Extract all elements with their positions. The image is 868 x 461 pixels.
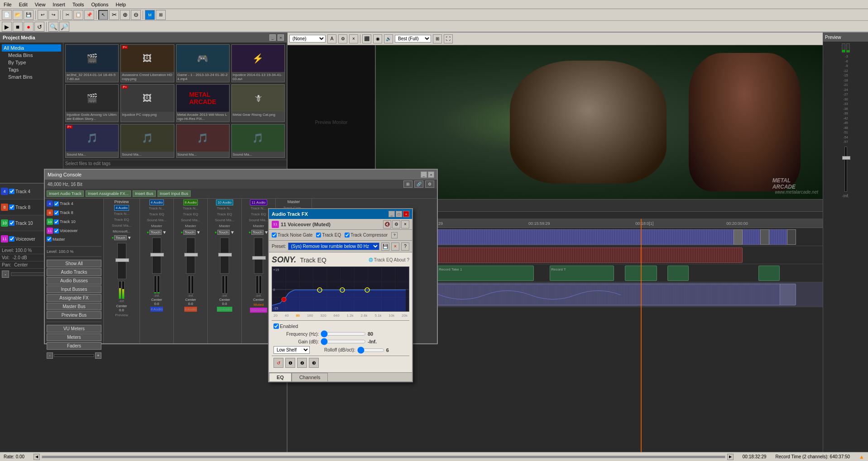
- audio-busses-btn[interactable]: Audio Busses: [47, 277, 101, 285]
- ripple-button[interactable]: ⊞: [156, 10, 166, 20]
- afx-info-btn[interactable]: ?: [391, 232, 398, 238]
- media-item-11[interactable]: 🎵 Sound Ma...: [231, 124, 285, 158]
- channels-tab[interactable]: Channels: [292, 373, 328, 381]
- filter-type-dropdown[interactable]: Low Shelf: [273, 346, 310, 354]
- tree-media-bins[interactable]: Media Bins: [2, 52, 61, 59]
- paste-button[interactable]: 📌: [84, 10, 94, 20]
- afx-mute-icon[interactable]: 🔇: [383, 220, 391, 228]
- afx-save2-btn[interactable]: ❸: [309, 358, 319, 368]
- insert-bus-btn[interactable]: Insert Bus: [133, 190, 156, 197]
- preview-bus-btn[interactable]: Preview Bus: [47, 311, 101, 319]
- audio-tracks-btn[interactable]: Audio Tracks: [47, 268, 101, 276]
- ch11-touch[interactable]: Touch: [251, 230, 264, 235]
- mc-master-check[interactable]: [47, 237, 52, 242]
- ch8-touch[interactable]: Touch: [183, 230, 196, 235]
- ch8-audio-btn[interactable]: 8 Audio: [183, 200, 198, 205]
- ch11-audio-btn[interactable]: 11 Audio: [250, 200, 267, 205]
- afx-close-track[interactable]: ×: [401, 220, 409, 228]
- menu-insert[interactable]: Insert: [49, 1, 69, 8]
- insert-input-bus-btn[interactable]: Insert Input Bus: [158, 190, 191, 197]
- mc-voiceover-check[interactable]: [54, 228, 59, 233]
- input-busses-btn[interactable]: Input Busses: [47, 285, 101, 293]
- media-item-0[interactable]: 🎬 ac3hd_32 2014-01-14 18-49-57-80.avi: [65, 44, 119, 82]
- assignable-fx-btn[interactable]: Assignable FX: [47, 294, 101, 302]
- zoom-out-button[interactable]: 🔎: [59, 22, 69, 32]
- media-item-8[interactable]: P+ 🎵 Sound Ma...: [65, 124, 119, 158]
- preset-help[interactable]: ?: [401, 242, 409, 251]
- ch4-touch[interactable]: Touch: [149, 230, 162, 235]
- ch10-touch[interactable]: Touch: [217, 230, 230, 235]
- track-compressor-check[interactable]: Track Compressor: [345, 233, 388, 238]
- media-item-1[interactable]: P+ 🖼 Assassins Creed Liberation HD copy.…: [120, 44, 174, 82]
- eq-tab[interactable]: EQ: [269, 373, 292, 381]
- monitor-right2[interactable]: ◉: [373, 34, 382, 43]
- rolloff-slider[interactable]: [357, 347, 384, 353]
- media-item-4[interactable]: 🎬 Injustice Gods Among Us Ultimate Editi…: [65, 84, 119, 122]
- playback-right[interactable]: ▶: [727, 454, 734, 460]
- play-button[interactable]: ▶: [2, 22, 12, 32]
- afx-maximize[interactable]: □: [396, 211, 402, 217]
- afx-reset-btn[interactable]: ↺: [273, 358, 283, 368]
- enabled-check[interactable]: Enabled: [273, 323, 298, 329]
- media-item-7[interactable]: 🗡 Metal Gear Rising Cat.png: [231, 84, 285, 122]
- track4-enable[interactable]: [9, 189, 14, 194]
- mc-link-btn[interactable]: 🔗: [414, 181, 423, 188]
- tree-all-media[interactable]: All Media: [2, 44, 61, 52]
- cut-button[interactable]: ✂: [62, 10, 72, 20]
- ch-preview-touch[interactable]: Touch: [114, 235, 126, 240]
- about-label[interactable]: About ?: [394, 257, 409, 262]
- afx-copy-btn[interactable]: ❶: [285, 358, 295, 368]
- preset-dropdown[interactable]: (Sys) Remove low rumble below 80 Hz: [288, 242, 379, 250]
- zoom-in-button[interactable]: 🔍: [48, 22, 58, 32]
- show-all-btn[interactable]: Show All: [47, 260, 101, 267]
- gain-slider[interactable]: [321, 338, 366, 345]
- pm-close[interactable]: ×: [278, 34, 284, 41]
- afx-paste-btn[interactable]: ❷: [297, 358, 307, 368]
- mc-view-btn[interactable]: ⊞: [403, 181, 412, 188]
- menu-options[interactable]: Options: [88, 1, 112, 8]
- menu-edit[interactable]: Edit: [15, 1, 31, 8]
- record-button[interactable]: ●: [24, 22, 34, 32]
- vu-meters-btn[interactable]: VU Meters: [47, 325, 101, 333]
- tree-tags[interactable]: Tags: [2, 66, 61, 73]
- mc-track8-check[interactable]: [54, 210, 59, 215]
- ch10-fader[interactable]: [218, 253, 232, 257]
- track10-enable[interactable]: [9, 220, 14, 226]
- menu-view[interactable]: View: [31, 1, 49, 8]
- track-noise-gate-check[interactable]: Track Noise Gate: [272, 233, 312, 238]
- tool3-button[interactable]: ⊕: [120, 10, 130, 20]
- media-item-5[interactable]: P+ 🖼 Injustice PC copy.png: [120, 84, 174, 122]
- mc-zoom-in[interactable]: +: [95, 352, 101, 359]
- playback-left[interactable]: ◀: [34, 454, 40, 460]
- monitor-btn1[interactable]: A: [327, 34, 336, 43]
- track8-enable[interactable]: [9, 204, 14, 210]
- zoom-out-timeline[interactable]: -: [2, 271, 9, 278]
- media-item-10[interactable]: 🎵 Sound Ma...: [176, 124, 230, 158]
- quality-btn[interactable]: ⊞: [433, 34, 442, 43]
- preset-save[interactable]: 💾: [381, 242, 389, 251]
- media-item-2[interactable]: 🎮 Game - 1 - 2013-10-24 01-30-24.mp4: [176, 44, 230, 82]
- media-item-3[interactable]: ⚡ Injustice 2014-01-13 19-34-41-03.avi: [231, 44, 285, 82]
- copy-button[interactable]: 📋: [73, 10, 83, 20]
- mc-zoom-out[interactable]: -: [47, 352, 53, 359]
- ch4-fader[interactable]: [150, 253, 164, 257]
- left-monitor-dropdown[interactable]: (None): [289, 35, 326, 43]
- faders-btn[interactable]: Faders: [47, 342, 101, 350]
- about-btn[interactable]: Track EQ: [374, 257, 393, 262]
- afx-fx-icon[interactable]: ⚙: [392, 220, 400, 228]
- mc-track4-check[interactable]: [54, 201, 59, 206]
- freq-slider[interactable]: [321, 331, 366, 337]
- mc-settings-btn[interactable]: ⚙: [425, 181, 434, 188]
- menu-tools[interactable]: Tools: [69, 1, 88, 8]
- monitor-right1[interactable]: ⬛: [362, 34, 371, 43]
- ch11-fader[interactable]: [252, 256, 266, 260]
- new-button[interactable]: 📄: [2, 10, 12, 20]
- right-fader-handle[interactable]: [842, 156, 850, 160]
- master-bus-btn[interactable]: Master Bus: [47, 303, 101, 310]
- media-item-6[interactable]: METALARCADE Metal Arcade 2013 Will Moss …: [176, 84, 230, 122]
- pm-minimize[interactable]: _: [269, 34, 276, 41]
- quality-dropdown[interactable]: Best (Full): [395, 35, 431, 43]
- insert-audio-track-btn[interactable]: Insert Audio Track: [47, 190, 84, 197]
- loop-button[interactable]: ↺: [34, 22, 44, 32]
- track-eq-check[interactable]: Track EQ: [316, 233, 341, 238]
